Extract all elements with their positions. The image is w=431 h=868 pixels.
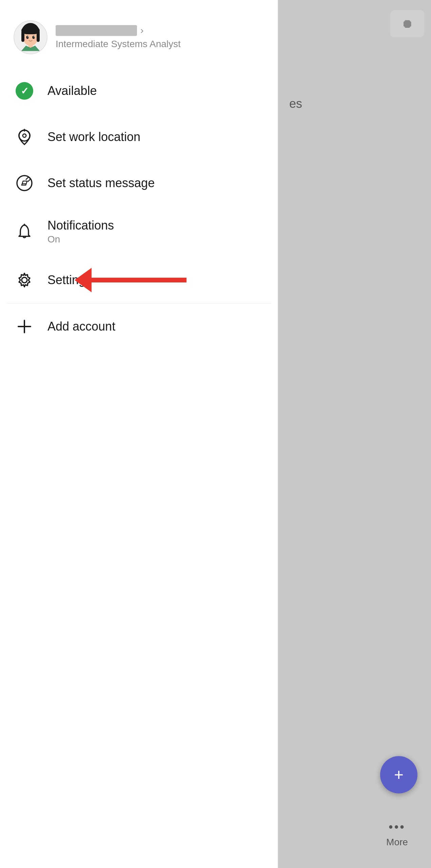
avatar[interactable] — [14, 20, 47, 54]
profile-section[interactable]: › Intermediate Systems Analyst — [0, 0, 278, 68]
menu-label-set-status-message: Set status message — [47, 176, 155, 190]
menu-label-available: Available — [47, 84, 97, 98]
menu-item-set-status-message[interactable]: Set status message — [0, 160, 278, 206]
profile-info: › Intermediate Systems Analyst — [56, 25, 181, 50]
menu-text-add-account: Add account — [47, 319, 115, 334]
svg-point-8 — [34, 36, 35, 37]
right-sidebar: ⏺ es + ••• More — [278, 0, 431, 868]
menu-label-notifications: Notifications — [47, 218, 114, 233]
main-panel: › Intermediate Systems Analyst Available — [0, 0, 278, 868]
menu-label-set-work-location: Set work location — [47, 130, 140, 144]
menu-sublabel-notifications: On — [47, 234, 114, 245]
pencil-icon — [14, 172, 35, 194]
svg-point-5 — [26, 36, 28, 39]
more-label: More — [386, 837, 408, 848]
location-icon — [14, 126, 35, 148]
menu-item-set-work-location[interactable]: Set work location — [0, 114, 278, 160]
profile-name-row[interactable]: › — [56, 25, 181, 36]
menu-label-add-account: Add account — [47, 319, 115, 334]
bell-icon — [14, 221, 35, 242]
menu-item-add-account[interactable]: Add account — [0, 303, 278, 350]
fab-plus-icon: + — [394, 767, 404, 783]
svg-point-18 — [22, 277, 27, 283]
svg-rect-4 — [37, 33, 40, 42]
plus-icon — [14, 316, 35, 337]
arrow-line — [92, 278, 187, 282]
svg-point-7 — [27, 36, 28, 37]
more-dots-icon: ••• — [389, 820, 406, 834]
menu-text-available: Available — [47, 84, 97, 98]
arrow-head — [75, 268, 92, 292]
svg-point-6 — [32, 36, 35, 39]
svg-point-10 — [34, 39, 37, 41]
fab-button[interactable]: + — [380, 756, 417, 793]
chevron-right-icon: › — [140, 25, 143, 36]
svg-point-9 — [24, 39, 27, 41]
svg-rect-3 — [21, 33, 24, 42]
red-arrow-annotation — [75, 268, 187, 292]
menu-item-notifications[interactable]: Notifications On — [0, 206, 278, 257]
menu-text-notifications: Notifications On — [47, 218, 114, 245]
svg-rect-2 — [21, 27, 40, 35]
more-section[interactable]: ••• More — [363, 820, 431, 848]
menu-item-settings[interactable]: Settings — [0, 257, 278, 303]
cassette-icon: ⏺ — [401, 17, 413, 31]
menu-item-available[interactable]: Available — [0, 68, 278, 114]
menu-list: Available Set work location — [0, 68, 278, 350]
profile-title: Intermediate Systems Analyst — [56, 39, 181, 50]
svg-point-13 — [23, 134, 26, 137]
top-bar-icon: ⏺ — [390, 10, 424, 37]
menu-text-set-status-message: Set status message — [47, 176, 155, 190]
partial-right-text: es — [289, 97, 302, 111]
gear-icon — [14, 269, 35, 291]
name-blur — [56, 25, 137, 36]
available-icon — [14, 80, 35, 102]
menu-text-set-work-location: Set work location — [47, 130, 140, 144]
